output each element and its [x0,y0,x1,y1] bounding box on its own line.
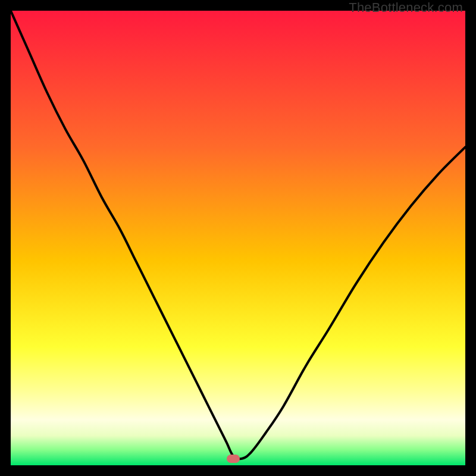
plot-area [11,11,465,465]
chart-frame: TheBottleneck.com [0,0,476,476]
minimum-marker [227,455,240,463]
curve-line [11,11,465,465]
watermark-text: TheBottleneck.com [349,0,463,15]
